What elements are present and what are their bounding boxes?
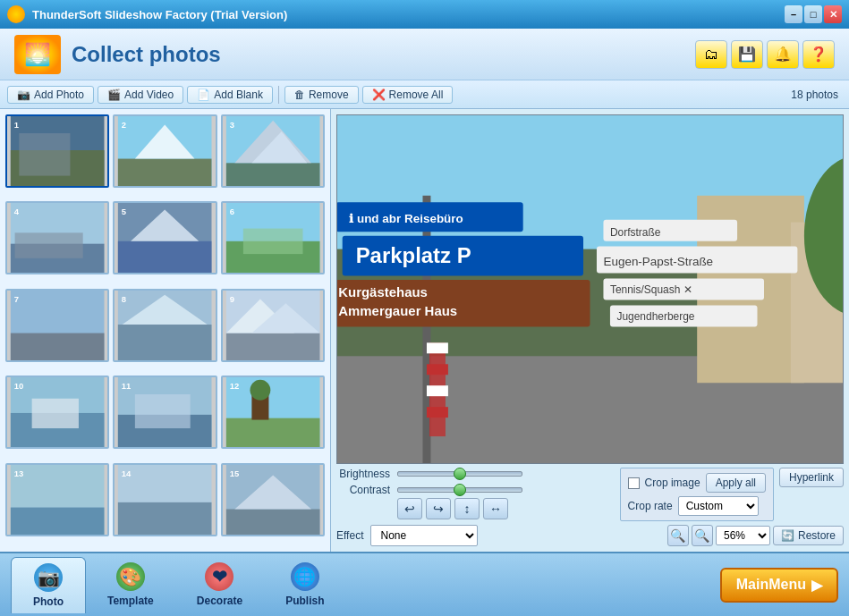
svg-rect-9	[226, 163, 320, 186]
rotate-left-button[interactable]: ↩	[397, 498, 422, 519]
template-nav-label: Template	[107, 595, 154, 607]
add-blank-button[interactable]: 📄 Add Blank	[187, 86, 273, 104]
maximize-button[interactable]: □	[804, 5, 822, 23]
list-item[interactable]: 15	[221, 463, 325, 536]
remove-button[interactable]: 🗑 Remove	[284, 86, 359, 104]
photo-nav-label: Photo	[33, 595, 64, 608]
list-item[interactable]: 3	[221, 114, 325, 188]
zoom-controls: 🔍 🔍 25% 50% 56% 75% 100% 🔄 Restore	[667, 525, 844, 546]
contrast-slider[interactable]	[397, 487, 522, 493]
hyperlink-button[interactable]: Hyperlink	[779, 468, 844, 487]
nav-item-photo[interactable]: 📷 Photo	[11, 557, 86, 613]
svg-rect-26	[11, 333, 105, 359]
add-photo-button[interactable]: 📷 Add Photo	[7, 86, 94, 104]
crop-rate-label: Crop rate	[628, 500, 673, 512]
zoom-dropdown[interactable]: 25% 50% 56% 75% 100%	[716, 526, 770, 545]
list-item[interactable]: 7	[5, 289, 109, 362]
crop-image-checkbox[interactable]	[628, 477, 640, 489]
svg-text:ℹ und abr Reisebüro: ℹ und abr Reisebüro	[349, 212, 463, 225]
main-menu-arrow-icon: ▶	[811, 577, 822, 594]
nav-item-decorate[interactable]: ❤ Decorate	[175, 557, 264, 612]
flip-vertical-button[interactable]: ↕	[454, 498, 480, 519]
list-item[interactable]: 9	[221, 289, 325, 362]
add-video-button[interactable]: 🎬 Add Video	[98, 86, 183, 104]
svg-rect-18	[118, 241, 212, 273]
list-item[interactable]: 2	[113, 114, 216, 188]
svg-rect-39	[32, 399, 79, 428]
window-title: ThunderSoft Slideshow Factory (Trial Ver…	[32, 8, 287, 21]
svg-rect-2	[19, 133, 70, 176]
close-button[interactable]: ✕	[824, 5, 842, 23]
list-item[interactable]: 13	[5, 463, 109, 536]
svg-text:Jugendherberge: Jugendherberge	[616, 310, 694, 323]
svg-text:6: 6	[229, 207, 233, 217]
brightness-row: Brightness	[336, 468, 615, 480]
add-video-icon: 🎬	[107, 89, 121, 101]
middle-controls: Brightness Contrast ↩	[336, 468, 844, 521]
contrast-thumb[interactable]	[454, 484, 466, 496]
remove-all-button[interactable]: ❌ Remove All	[362, 86, 454, 104]
preview-area: ℹ und abr Reisebüro Parkplatz P Kurgäste…	[336, 114, 844, 464]
brightness-label: Brightness	[336, 468, 390, 480]
page-title: Collect photos	[72, 42, 221, 67]
svg-rect-85	[427, 407, 448, 418]
zoom-out-button[interactable]: 🔍	[667, 525, 689, 546]
restore-label: Restore	[798, 529, 836, 542]
effect-dropdown[interactable]: None Blur Grayscale Sepia Sharpen	[370, 525, 478, 546]
brightness-thumb[interactable]	[454, 468, 466, 480]
notification-button[interactable]: 🔔	[767, 40, 799, 69]
list-item[interactable]: 10	[5, 376, 109, 449]
slider-controls: Brightness Contrast ↩	[336, 468, 615, 519]
list-item[interactable]: 8	[113, 289, 216, 362]
svg-text:11: 11	[122, 382, 132, 392]
brightness-slider[interactable]	[397, 471, 522, 477]
list-item[interactable]: 11	[113, 376, 216, 449]
list-item[interactable]: 6	[221, 201, 325, 274]
nav-item-publish[interactable]: 🌐 Publish	[264, 557, 345, 612]
adjust-buttons: ↩ ↪ ↕ ↔	[397, 498, 615, 519]
svg-text:10: 10	[14, 382, 24, 392]
photo-list-panel: 1 2 3	[0, 109, 331, 552]
crop-section: Crop image Apply all Crop rate Custom 4:…	[620, 468, 774, 521]
restore-icon: 🔄	[781, 529, 794, 542]
restore-button[interactable]: 🔄 Restore	[773, 526, 844, 545]
svg-rect-83	[427, 364, 448, 375]
nav-item-template[interactable]: 🎨 Template	[86, 557, 175, 612]
list-item[interactable]: 1	[5, 114, 109, 188]
controls-bottom: Brightness Contrast ↩	[336, 468, 844, 546]
title-bar: ThunderSoft Slideshow Factory (Trial Ver…	[0, 0, 849, 29]
svg-rect-46	[226, 418, 320, 447]
svg-text:Ammergauer Haus: Ammergauer Haus	[338, 303, 457, 318]
svg-text:15: 15	[229, 468, 239, 478]
list-item[interactable]: 14	[113, 463, 216, 536]
photo-count: 18 photos	[791, 89, 842, 101]
open-folder-button[interactable]: 🗂	[695, 40, 727, 69]
effect-label: Effect	[336, 529, 363, 542]
svg-rect-29	[118, 325, 212, 360]
zoom-in-button[interactable]: 🔍	[692, 525, 713, 546]
svg-text:Parkplatz P: Parkplatz P	[356, 243, 471, 267]
apply-all-button[interactable]: Apply all	[706, 473, 766, 493]
main-menu-button[interactable]: MainMenu ▶	[720, 568, 838, 603]
minimize-button[interactable]: –	[785, 5, 802, 23]
title-controls: – □ ✕	[785, 5, 842, 23]
crop-rate-dropdown[interactable]: Custom 4:3 16:9 1:1 3:2	[678, 496, 759, 516]
help-button[interactable]: ❓	[802, 40, 835, 69]
list-item[interactable]: 4	[5, 201, 109, 274]
list-item[interactable]: 5	[113, 201, 216, 274]
remove-icon: 🗑	[294, 89, 305, 101]
svg-text:3: 3	[229, 120, 233, 130]
header: 🌅 Collect photos 🗂 💾 🔔 ❓	[0, 29, 849, 80]
svg-text:12: 12	[229, 382, 239, 392]
svg-rect-54	[118, 502, 212, 534]
decorate-nav-icon: ❤	[205, 562, 233, 591]
rotate-right-button[interactable]: ↪	[426, 498, 451, 519]
svg-rect-43	[135, 394, 191, 428]
effect-row: Effect None Blur Grayscale Sepia Sharpen…	[336, 525, 844, 546]
contrast-row: Contrast	[336, 484, 615, 496]
list-item[interactable]: 12	[221, 376, 325, 449]
add-blank-icon: 📄	[197, 89, 210, 101]
flip-horizontal-button[interactable]: ↔	[483, 498, 508, 519]
svg-text:Kurgästehaus: Kurgästehaus	[338, 284, 428, 300]
save-button[interactable]: 💾	[731, 40, 763, 69]
